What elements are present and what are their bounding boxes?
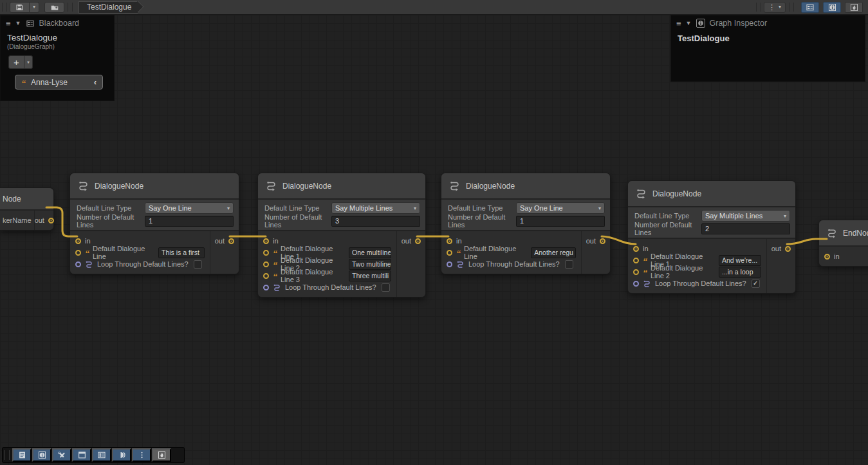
- save-button[interactable]: [10, 2, 30, 13]
- node-title-bar[interactable]: DialogueNode: [628, 181, 795, 207]
- line-type-dropdown[interactable]: Say Multiple Lines ▾: [701, 210, 790, 222]
- inspector-selection-name: TestDialogue: [671, 31, 865, 43]
- out-port[interactable]: [228, 238, 234, 244]
- node-title-bar[interactable]: EndNode: [819, 220, 868, 247]
- toggle-blackboard-button[interactable]: [801, 2, 819, 13]
- out-port[interactable]: [415, 238, 421, 244]
- add-variable-dropdown-button[interactable]: ▾: [24, 55, 33, 69]
- collapse-arrow-icon[interactable]: ▼: [686, 20, 692, 26]
- bool-port[interactable]: [75, 261, 81, 267]
- dialogue-line-input[interactable]: ...in a loop: [719, 267, 761, 278]
- string-port[interactable]: [75, 250, 81, 256]
- save-dropdown-button[interactable]: ▾: [30, 2, 39, 13]
- blackboard-header[interactable]: ≡ ▼ Blackboard: [1, 15, 114, 31]
- toggle-inspector-button[interactable]: [823, 2, 841, 13]
- out-port[interactable]: [785, 246, 791, 252]
- bool-port[interactable]: [447, 261, 452, 267]
- toggle-tools-button[interactable]: [52, 448, 71, 462]
- blackboard-field-anna-lyse[interactable]: “ Anna-Lyse ‹: [15, 75, 103, 90]
- node-title-bar[interactable]: DialogueNode: [258, 173, 425, 200]
- toolbar-drag-handle[interactable]: [756, 3, 761, 12]
- in-port-label: in: [834, 252, 840, 260]
- chevron-down-icon: ▾: [33, 5, 35, 10]
- info-icon: [38, 451, 46, 459]
- loop-checkbox[interactable]: [565, 260, 573, 269]
- inspector-header[interactable]: ≡ ▼ Graph Inspector: [671, 15, 865, 31]
- out-port[interactable]: [48, 218, 54, 223]
- collapse-arrow-icon[interactable]: ▼: [15, 20, 21, 26]
- blackboard-graph-name: TestDialogue: [1, 31, 114, 43]
- hamburger-icon: ≡: [676, 19, 681, 28]
- line-type-dropdown[interactable]: Say Multiple Lines ▾: [331, 202, 420, 214]
- dialogue-line-input[interactable]: Another regu: [531, 247, 576, 258]
- in-port[interactable]: [263, 238, 269, 244]
- dialogue-node-2[interactable]: DialogueNode Default Line Type Say Multi…: [257, 173, 426, 298]
- open-asset-button[interactable]: [44, 2, 64, 13]
- string-port[interactable]: [633, 269, 639, 275]
- line-type-value: Say Multiple Lines: [705, 212, 762, 220]
- node-title-bar[interactable]: DialogueNode: [70, 173, 239, 200]
- add-variable-button[interactable]: +: [8, 55, 24, 69]
- dialogue-node-3[interactable]: DialogueNode Default Line Type Say One L…: [441, 173, 611, 274]
- info-icon: [696, 19, 705, 28]
- dialogue-node-4[interactable]: DialogueNode Default Line Type Say Multi…: [627, 180, 796, 294]
- loop-checkbox[interactable]: [194, 260, 202, 269]
- line-type-value: Say Multiple Lines: [335, 204, 392, 212]
- toolbar-drag-handle[interactable]: [5, 450, 10, 460]
- dialogue-line-value: Three multili: [352, 272, 389, 280]
- line-count-input[interactable]: 1: [516, 216, 605, 227]
- options-menu-button[interactable]: ⋮ ▾: [764, 2, 786, 13]
- in-port[interactable]: [633, 246, 639, 252]
- string-port[interactable]: [263, 250, 269, 256]
- line-type-dropdown[interactable]: Say One Line ▾: [145, 202, 234, 214]
- line-count-input[interactable]: 3: [331, 216, 420, 227]
- string-port[interactable]: [447, 250, 452, 256]
- line-type-dropdown[interactable]: Say One Line ▾: [516, 202, 605, 214]
- dialogue-line-value: And we're...: [722, 256, 757, 264]
- toggle-minimap-button[interactable]: [845, 2, 863, 13]
- quote-icon: “: [85, 251, 89, 257]
- toggle-console-button[interactable]: [12, 448, 32, 462]
- dialogue-line-input[interactable]: Three multili: [349, 270, 391, 281]
- chevron-down-icon: ▾: [784, 213, 786, 219]
- bool-port[interactable]: [633, 281, 639, 287]
- toolbar-separator: [789, 3, 794, 12]
- bottom-toolbar: [2, 447, 185, 463]
- bool-port[interactable]: [263, 285, 269, 290]
- out-port-label: out: [771, 245, 781, 252]
- graph-canvas[interactable]: Node kerName out: [0, 15, 868, 465]
- end-node[interactable]: EndNode in: [818, 220, 868, 267]
- toggle-dialogue-preview-button[interactable]: [112, 448, 131, 462]
- node-title-bar[interactable]: Node: [0, 188, 53, 211]
- out-port[interactable]: [600, 238, 605, 244]
- in-port-label: in: [85, 237, 91, 245]
- line-count-input[interactable]: 2: [701, 223, 790, 234]
- string-port[interactable]: [263, 261, 269, 267]
- node-title-bar[interactable]: DialogueNode: [441, 173, 610, 200]
- line-count-input[interactable]: 1: [145, 216, 234, 227]
- loop-checkbox[interactable]: [382, 283, 390, 292]
- dialogue-node-1[interactable]: DialogueNode Default Line Type Say One L…: [69, 173, 239, 274]
- chevron-left-icon[interactable]: ‹: [94, 77, 97, 87]
- in-port[interactable]: [75, 238, 81, 244]
- dialogue-line-input[interactable]: One multiline: [349, 247, 391, 258]
- toggle-window-button[interactable]: [72, 448, 91, 462]
- dialogue-line-input[interactable]: This is a first: [158, 247, 205, 258]
- toggle-inspector-bottom-button[interactable]: [32, 448, 51, 462]
- loop-checkbox-checked[interactable]: ✓: [752, 280, 760, 288]
- toolbar-drag-handle[interactable]: [2, 3, 7, 12]
- in-port[interactable]: [824, 254, 830, 260]
- speaker-node-partial[interactable]: Node kerName out: [0, 187, 54, 231]
- string-port[interactable]: [633, 258, 639, 263]
- minimap-toggle-bottom-button[interactable]: [152, 448, 171, 462]
- in-port[interactable]: [447, 238, 452, 244]
- string-port[interactable]: [263, 273, 269, 279]
- toggle-blackboard-bottom-button[interactable]: [92, 448, 111, 462]
- dialogue-line-value: One multiline: [352, 249, 391, 256]
- graph-breadcrumb-tab[interactable]: TestDialogue: [78, 1, 138, 14]
- window-icon: [78, 451, 86, 459]
- dialogue-line-input[interactable]: And we're...: [719, 255, 761, 266]
- dialogue-line-input[interactable]: Two multiline: [349, 259, 391, 270]
- more-options-button[interactable]: [132, 448, 151, 462]
- chevron-down-icon: ▾: [414, 205, 416, 211]
